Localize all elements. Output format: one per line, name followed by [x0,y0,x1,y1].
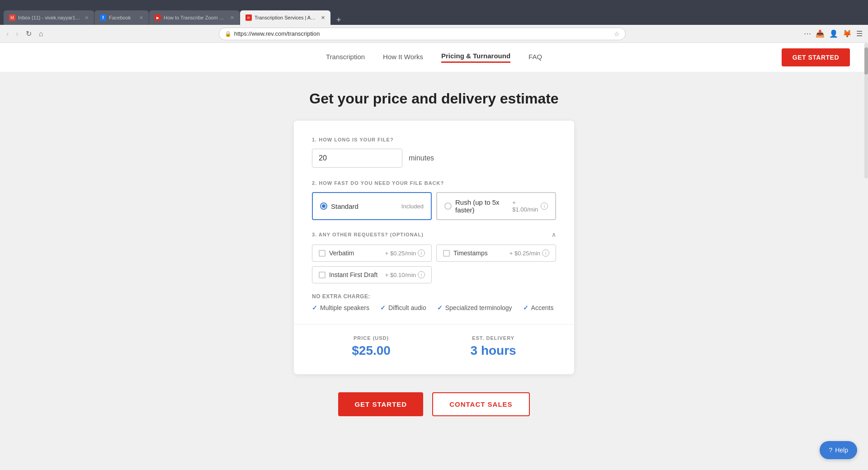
nav-transcription[interactable]: Transcription [326,53,365,62]
no-extra-specialized-terminology: ✓ Specialized terminology [437,304,512,311]
verbatim-info-icon[interactable]: i [418,249,425,257]
price-block-usd: Price (USD) $25.00 [352,335,391,358]
check-difficult-audio-icon: ✓ [380,304,386,311]
instant-draft-price-text: + $0.10/min [385,272,416,278]
checkbox-timestamps-box [443,250,450,257]
instant-draft-info-icon[interactable]: i [418,271,425,278]
check-accents-icon: ✓ [523,304,528,311]
no-extra-items: ✓ Multiple speakers ✓ Difficult audio ✓ … [312,304,556,311]
back-button[interactable]: ‹ [5,28,10,40]
duration-input[interactable] [312,149,402,168]
help-label: Help [835,446,848,454]
scrollbar-thumb[interactable] [864,47,868,75]
reload-button[interactable]: ↻ [24,28,33,40]
price-value: $25.00 [352,343,391,358]
checkbox-instant-draft[interactable]: Instant First Draft + $0.10/min i [312,266,432,283]
tab-facebook-label: Facebook [109,15,137,20]
speed-rush-price-text: + $1.00/min [512,199,539,213]
nav-links: Transcription How It Works Pricing & Tur… [326,52,542,63]
speed-rush-option[interactable]: Rush (up to 5x faster) + $1.00/min i [436,192,556,220]
page-title: Get your price and delivery estimate [309,90,558,107]
tab-rev[interactable]: R Transcription Services | Audio &... ✕ [240,10,330,25]
radio-standard [320,202,327,210]
help-circle-icon: ? [829,446,832,454]
duration-row: minutes [312,149,556,168]
scrollbar[interactable] [864,43,868,179]
checkbox-verbatim-box [319,250,326,257]
delivery-block: Est. Delivery 3 hours [471,335,516,358]
tab-facebook[interactable]: f Facebook ✕ [94,10,149,25]
tab-how-close[interactable]: ✕ [230,15,234,21]
contact-sales-button[interactable]: CONTACT SALES [432,392,529,416]
tab-rev-close[interactable]: ✕ [321,15,325,21]
checkbox-grid: Verbatim + $0.25/min i Timestamps + $0.2… [312,244,556,283]
tab-how-label: How to Transcribe Zoom Reco... [164,15,227,20]
calculator-card: 1. How long is your file? minutes 2. How… [294,121,574,374]
menu-icon[interactable]: ☰ [855,28,863,39]
new-tab-button[interactable]: + [333,15,345,25]
tab-facebook-close[interactable]: ✕ [139,15,143,21]
home-button[interactable]: ⌂ [37,28,45,40]
checkbox-timestamps-left: Timestamps [443,249,488,257]
no-extra-accents-text: Accents [531,304,554,311]
timestamps-price-text: + $0.25/min [509,250,540,257]
bookmark-icon[interactable]: ☆ [614,30,620,38]
no-extra-multiple-speakers-text: Multiple speakers [320,304,369,311]
speed-rush-left: Rush (up to 5x faster) [444,198,512,214]
get-started-button[interactable]: GET STARTED [338,392,423,416]
price-label: Price (USD) [352,335,391,341]
checkbox-timestamps-price: + $0.25/min i [509,249,549,257]
section3-label: 3. Any other requests? (Optional) [312,232,424,237]
check-multiple-speakers-icon: ✓ [312,304,317,311]
site-nav: Transcription How It Works Pricing & Tur… [0,43,868,72]
checkbox-instant-draft-label: Instant First Draft [329,271,377,278]
main-content: Get your price and delivery estimate 1. … [0,72,868,443]
nav-faq[interactable]: FAQ [528,53,542,62]
speed-standard-left: Standard [320,202,359,210]
address-bar[interactable]: 🔒 ☆ [219,28,626,40]
checkbox-timestamps[interactable]: Timestamps + $0.25/min i [436,244,556,262]
tab-gmail[interactable]: M Inbox (11) - vivek.nayyar1107@... ✕ [4,10,94,25]
tab-how[interactable]: ▶ How to Transcribe Zoom Reco... ✕ [149,10,240,25]
how-favicon: ▶ [155,14,161,21]
duration-unit: minutes [409,154,434,162]
price-divider [294,324,574,324]
no-extra-multiple-speakers: ✓ Multiple speakers [312,304,369,311]
pocket-icon[interactable]: 📥 [815,28,826,39]
timestamps-info-icon[interactable]: i [542,249,549,257]
chevron-icon[interactable]: ∧ [552,231,556,238]
checkbox-verbatim-price: + $0.25/min i [385,249,425,257]
checkbox-verbatim-label: Verbatim [329,249,354,257]
no-extra-difficult-audio-text: Difficult audio [388,304,426,311]
forward-button[interactable]: › [14,28,20,40]
firefox-icon[interactable]: 🦊 [842,28,853,39]
nav-pricing[interactable]: Pricing & Turnaround [441,52,510,63]
speed-rush-name: Rush (up to 5x faster) [455,198,512,214]
optional-header: 3. Any other requests? (Optional) ∧ [312,231,556,238]
tab-gmail-close[interactable]: ✕ [85,15,89,21]
tab-rev-label: Transcription Services | Audio &... [255,15,318,20]
tab-gmail-label: Inbox (11) - vivek.nayyar1107@... [18,15,82,20]
help-button[interactable]: ? Help [820,441,857,459]
toolbar-icons: ⋯ 📥 👤 🦊 ☰ [803,28,863,39]
checkbox-instant-draft-box [319,272,326,278]
nav-get-started-button[interactable]: GET STARTED [782,48,850,66]
no-extra-section: No extra charge: ✓ Multiple speakers ✓ D… [312,293,556,311]
address-input[interactable] [234,30,611,37]
more-icon[interactable]: ⋯ [803,28,812,39]
check-specialized-icon: ✓ [437,304,443,311]
rush-info-icon[interactable]: i [541,202,548,210]
security-icon: 🔒 [225,31,231,37]
nav-how-it-works[interactable]: How It Works [383,53,423,62]
verbatim-price-text: + $0.25/min [385,250,416,257]
section1-label: 1. How long is your file? [312,137,556,142]
profile-icon[interactable]: 👤 [828,28,839,39]
gmail-favicon: M [9,14,15,21]
address-bar-row: ‹ › ↻ ⌂ 🔒 ☆ ⋯ 📥 👤 🦊 ☰ [0,25,868,43]
rev-favicon: R [245,14,252,21]
checkbox-verbatim[interactable]: Verbatim + $0.25/min i [312,244,432,262]
address-icons: ☆ [614,30,620,38]
speed-standard-option[interactable]: Standard Included [312,192,432,220]
tab-bar: M Inbox (11) - vivek.nayyar1107@... ✕ f … [4,0,345,25]
speed-standard-name: Standard [331,202,359,210]
